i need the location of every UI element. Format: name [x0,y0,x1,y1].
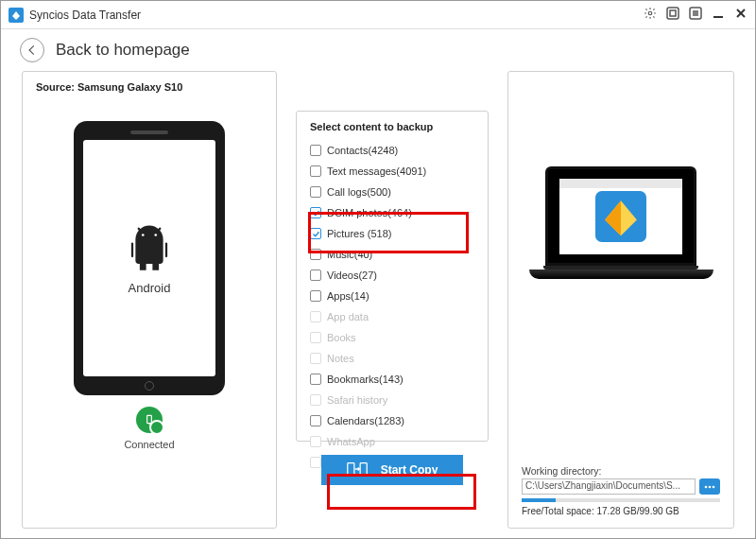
checkbox[interactable] [310,270,321,281]
checkbox[interactable] [310,186,321,198]
checkbox[interactable] [310,249,321,260]
menu-icon[interactable] [689,7,702,24]
working-directory-path[interactable]: C:\Users\Zhangjiaxin\Documents\S... [522,478,696,495]
target-panel: Working directory: C:\Users\Zhangjiaxin\… [507,71,734,529]
content-item-list: Contacts(4248)Text messages(4091)Call lo… [310,142,474,471]
content-item: Books [310,329,474,346]
content-item-label: DCIM photos(464) [327,207,412,218]
checkbox [310,311,321,322]
content-select-box: Select content to backup Contacts(4248)T… [296,111,489,442]
transfer-icon [347,461,368,480]
svg-rect-2 [667,8,679,19]
back-button[interactable] [20,38,44,62]
checkbox [310,394,321,406]
content-item-label: Text messages(4091) [327,165,426,177]
close-icon[interactable] [734,7,747,24]
checkbox [310,436,321,447]
page-header: Back to homepage [1,29,755,71]
window-controls [644,7,747,24]
svg-point-20 [713,485,715,488]
svg-rect-15 [347,462,353,475]
content-item[interactable]: Apps(14) [310,287,474,304]
content-item-label: Safari history [327,394,387,406]
content-item[interactable]: Bookmarks(143) [310,371,474,388]
content-item[interactable]: Contacts(4248) [310,142,474,159]
svg-rect-13 [147,415,152,423]
settings-icon[interactable] [644,7,657,24]
content-item: Safari history [310,391,474,409]
content-item-label: Pictures (518) [327,228,391,239]
svg-point-18 [705,485,708,488]
page-title: Back to homepage [56,41,190,60]
svg-rect-16 [360,462,367,475]
content-select-panel: Select content to backup Contacts(4248)T… [296,71,489,529]
content-item[interactable]: Videos(27) [310,267,474,284]
connected-icon [136,407,163,433]
svg-point-11 [142,234,145,236]
disk-space-label: Free/Total space: 17.28 GB/99.90 GB [522,506,720,516]
content-item-label: Bookmarks(143) [327,374,404,385]
content-item[interactable]: Music(40) [310,246,474,263]
svg-point-1 [648,11,652,15]
content-item-label: Notes [327,353,354,364]
content-item: Notes [310,350,474,367]
content-item[interactable]: Pictures (518) [310,225,474,242]
start-copy-button[interactable]: Start Copy [321,455,463,485]
syncios-logo-icon [595,191,646,242]
checkbox[interactable] [310,290,321,302]
checkbox[interactable] [310,145,321,156]
content-item-label: Contacts(4248) [327,145,398,156]
android-icon [124,222,175,277]
content-item[interactable]: DCIM photos(464) [310,204,474,221]
source-label: Source: Samsung Galaxy S10 [36,81,263,93]
content-item-label: WhatsApp [327,436,375,447]
laptop-illustration [529,166,713,299]
app-logo-icon [9,8,24,23]
content-item-label: Music(40) [327,249,372,260]
phone-illustration: Android [74,121,225,395]
window-icon[interactable] [666,7,679,24]
content-item-label: App data [327,311,369,322]
content-item[interactable]: Call logs(500) [310,183,474,200]
disk-space-bar [522,498,720,502]
connection-status: Connected [36,407,263,450]
working-directory-label: Working directory: [522,465,720,477]
svg-rect-3 [670,10,676,16]
checkbox[interactable] [310,165,321,177]
content-item[interactable]: Text messages(4091) [310,163,474,180]
working-directory-block: Working directory: C:\Users\Zhangjiaxin\… [522,465,720,516]
connection-label: Connected [124,439,174,450]
svg-point-12 [154,234,157,236]
checkbox [310,353,321,364]
content-item: App data [310,308,474,325]
content-item: WhatsApp [310,433,474,450]
checkbox[interactable] [310,374,321,385]
svg-point-19 [709,485,712,488]
checkbox [310,457,321,468]
os-label: Android [129,281,171,295]
browse-button[interactable] [699,478,720,495]
app-title: Syncios Data Transfer [29,9,644,22]
checkbox [310,332,321,343]
checkbox[interactable] [310,207,321,218]
content-item-label: Apps(14) [327,290,369,302]
source-panel: Source: Samsung Galaxy S10 Android Conne… [22,71,277,529]
main-content: Source: Samsung Galaxy S10 Android Conne… [1,71,755,539]
content-item-label: Call logs(500) [327,186,391,198]
start-copy-label: Start Copy [381,463,438,477]
content-item[interactable]: Calendars(1283) [310,412,474,429]
content-item-label: Books [327,332,356,343]
checkbox[interactable] [310,228,321,239]
checkbox[interactable] [310,415,321,426]
minimize-icon[interactable] [712,7,725,24]
content-select-title: Select content to backup [310,121,474,132]
content-item-label: Calendars(1283) [327,415,404,426]
content-item-label: Videos(27) [327,270,377,281]
title-bar: Syncios Data Transfer [1,1,755,29]
